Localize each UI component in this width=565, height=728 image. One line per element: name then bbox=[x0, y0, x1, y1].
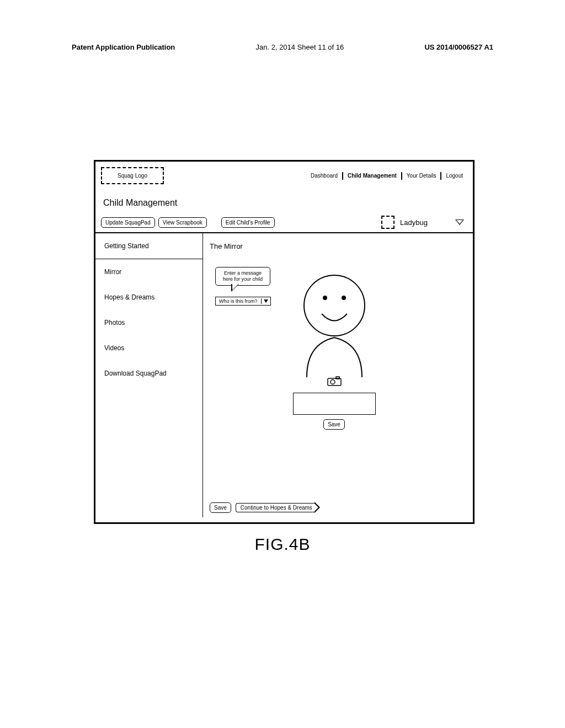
update-squagpad-button[interactable]: Update SquagPad bbox=[101, 217, 155, 228]
nav-logout[interactable]: Logout bbox=[441, 173, 467, 179]
publication-label: Patent Application Publication bbox=[72, 43, 175, 51]
toolbar: Update SquagPad View Scrapbook Edit Chil… bbox=[95, 212, 473, 233]
message-column: Enter a message here for your child Who … bbox=[215, 267, 271, 306]
logo-placeholder: Squag Logo bbox=[101, 167, 164, 184]
continue-button-label: Continue to Hopes & Dreams bbox=[236, 503, 315, 512]
view-scrapbook-button[interactable]: View Scrapbook bbox=[158, 217, 207, 228]
svg-rect-3 bbox=[328, 378, 341, 386]
svg-point-1 bbox=[323, 296, 327, 300]
sidebar-item-download-squagpad[interactable]: Download SquagPad bbox=[95, 361, 202, 386]
figure-label: FIG.4B bbox=[0, 535, 565, 554]
sidebar: Getting Started Mirror Hopes & Dreams Ph… bbox=[95, 233, 203, 517]
avatar-column: Save bbox=[287, 267, 381, 430]
top-nav: Dashboard Child Management Your Details … bbox=[306, 172, 467, 180]
save-caption-button[interactable]: Save bbox=[323, 419, 345, 430]
bubble-line1: Enter a message bbox=[224, 270, 262, 276]
section-heading: The Mirror bbox=[210, 242, 466, 250]
nav-dashboard[interactable]: Dashboard bbox=[306, 173, 342, 179]
arrow-right-icon bbox=[315, 502, 320, 513]
nav-child-management[interactable]: Child Management bbox=[343, 173, 401, 179]
caption-input[interactable] bbox=[293, 393, 376, 415]
content-area: Getting Started Mirror Hopes & Dreams Ph… bbox=[95, 233, 473, 517]
from-dropdown-label: Who is this from? bbox=[216, 297, 261, 305]
publication-number: US 2014/0006527 A1 bbox=[424, 43, 493, 51]
sidebar-item-videos[interactable]: Videos bbox=[95, 335, 202, 361]
continue-button[interactable]: Continue to Hopes & Dreams bbox=[236, 502, 320, 513]
page-title: Child Management bbox=[95, 187, 473, 212]
app-window: Squag Logo Dashboard Child Management Yo… bbox=[94, 160, 475, 524]
message-input-bubble[interactable]: Enter a message here for your child bbox=[215, 267, 270, 286]
bubble-line2: here for your child bbox=[223, 276, 263, 282]
edit-child-profile-button[interactable]: Edit Child's Profile bbox=[221, 217, 275, 228]
bottom-actions: Save Continue to Hopes & Dreams bbox=[210, 502, 466, 513]
sidebar-item-photos[interactable]: Photos bbox=[95, 310, 202, 335]
top-bar: Squag Logo Dashboard Child Management Yo… bbox=[95, 162, 473, 187]
sidebar-item-hopes-dreams[interactable]: Hopes & Dreams bbox=[95, 285, 202, 310]
avatar-placeholder-icon bbox=[381, 216, 395, 229]
svg-rect-4 bbox=[336, 377, 339, 379]
child-selector[interactable]: Ladybug bbox=[381, 216, 467, 229]
selected-child-name: Ladybug bbox=[400, 218, 428, 227]
camera-button[interactable] bbox=[327, 376, 342, 386]
sidebar-item-getting-started[interactable]: Getting Started bbox=[95, 233, 202, 259]
document-header: Patent Application Publication Jan. 2, 2… bbox=[0, 0, 565, 57]
main-panel: The Mirror Enter a message here for your… bbox=[203, 233, 473, 517]
svg-point-2 bbox=[342, 296, 346, 300]
avatar-figure-icon bbox=[287, 267, 381, 377]
logo-text: Squag Logo bbox=[118, 173, 147, 179]
mirror-editor: Enter a message here for your child Who … bbox=[215, 267, 466, 430]
sidebar-item-mirror[interactable]: Mirror bbox=[95, 259, 202, 285]
svg-point-0 bbox=[304, 275, 365, 336]
nav-your-details[interactable]: Your Details bbox=[402, 173, 441, 179]
camera-icon bbox=[327, 376, 342, 386]
sheet-label: Jan. 2, 2014 Sheet 11 of 16 bbox=[256, 43, 344, 51]
svg-point-5 bbox=[331, 380, 335, 384]
from-dropdown[interactable]: Who is this from? bbox=[215, 297, 271, 306]
chevron-down-icon bbox=[261, 298, 270, 304]
save-button[interactable]: Save bbox=[210, 502, 231, 513]
chevron-down-icon[interactable] bbox=[455, 220, 464, 225]
